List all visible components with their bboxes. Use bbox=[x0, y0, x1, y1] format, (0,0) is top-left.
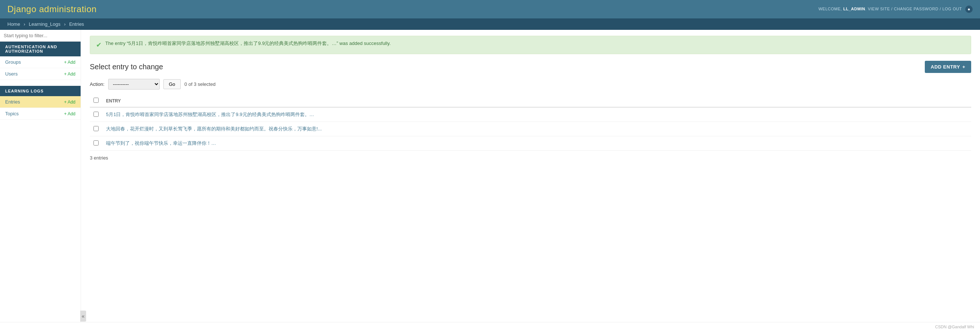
breadcrumb-divider-2: › bbox=[64, 21, 65, 27]
row-entry-cell: 端午节到了，祝你端午节快乐，幸运一直降伴你！… bbox=[102, 136, 971, 151]
success-message: ✔ The entry “5月1日，肯悦咋嘚首家同学店落地苏州独墅湖高校区，推出… bbox=[90, 36, 971, 54]
breadcrumb-home[interactable]: Home bbox=[7, 21, 20, 27]
view-site-link[interactable]: VIEW SITE bbox=[868, 6, 890, 11]
row-checkbox-cell bbox=[90, 136, 102, 151]
action-select[interactable]: ---------- bbox=[108, 79, 160, 89]
sidebar-topics-link[interactable]: Topics bbox=[5, 111, 19, 117]
add-entry-plus-icon: + bbox=[963, 64, 965, 70]
add-entry-button[interactable]: ADD ENTRY + bbox=[925, 61, 971, 73]
sidebar-item-groups[interactable]: Groups + Add bbox=[0, 56, 81, 68]
breadcrumbs: Home › Learning_Logs › Entries bbox=[0, 18, 980, 30]
content-wrapper: AUTHENTICATION AND AUTHORIZATION Groups … bbox=[0, 30, 980, 322]
breadcrumb-current: Entries bbox=[69, 21, 84, 27]
sidebar-entries-add[interactable]: + Add bbox=[64, 99, 75, 105]
welcome-prefix: WELCOME, bbox=[818, 6, 842, 11]
entries-count: 3 entries bbox=[90, 155, 971, 161]
sidebar: AUTHENTICATION AND AUTHORIZATION Groups … bbox=[0, 30, 81, 322]
sidebar-users-add[interactable]: + Add bbox=[64, 72, 75, 77]
table-row: 端午节到了，祝你端午节快乐，幸运一直降伴你！… bbox=[90, 136, 971, 151]
table-header-entry: ENTRY bbox=[102, 95, 971, 107]
entries-tbody: 5月1日，肯悦咋嘚首家同学店落地苏州独墅湖高校区，推出了9.9元的经典美式热狗咋… bbox=[90, 107, 971, 151]
entry-link[interactable]: 5月1日，肯悦咋嘚首家同学店落地苏州独墅湖高校区，推出了9.9元的经典美式热狗咋… bbox=[106, 112, 314, 117]
table-header-row: ENTRY bbox=[90, 95, 971, 107]
breadcrumb-app[interactable]: Learning_Logs bbox=[29, 21, 60, 27]
header: Django administration WELCOME, LL_ADMIN.… bbox=[0, 0, 980, 18]
success-message-text: The entry “5月1日，肯悦咋嘚首家同学店落地苏州独墅湖高校区，推出了9… bbox=[105, 40, 391, 47]
footer-text: CSDN @Gandalf Whi bbox=[935, 324, 974, 329]
page-title: Select entry to change bbox=[90, 62, 163, 71]
sidebar-spacer bbox=[0, 80, 81, 86]
sidebar-section-learning-logs: LEARNING LOGS bbox=[0, 86, 81, 96]
sidebar-item-users[interactable]: Users + Add bbox=[0, 68, 81, 80]
go-button[interactable]: Go bbox=[163, 79, 181, 89]
table-header-checkbox bbox=[90, 95, 102, 107]
user-tools: WELCOME, LL_ADMIN. VIEW SITE / CHANGE PA… bbox=[818, 6, 973, 13]
row-checkbox[interactable] bbox=[94, 126, 99, 131]
row-entry-cell: 5月1日，肯悦咋嘚首家同学店落地苏州独墅湖高校区，推出了9.9元的经典美式热狗咋… bbox=[102, 107, 971, 122]
username: LL_ADMIN bbox=[843, 6, 865, 11]
sidebar-users-link[interactable]: Users bbox=[5, 71, 18, 77]
sidebar-section-auth: AUTHENTICATION AND AUTHORIZATION bbox=[0, 42, 81, 56]
sidebar-groups-link[interactable]: Groups bbox=[5, 59, 21, 65]
row-entry-cell: 大地回春，花开烂漫时，又到草长莺飞季，愿所有的期待和美好都如约而至。祝春分快乐，… bbox=[102, 122, 971, 136]
row-checkbox[interactable] bbox=[94, 112, 99, 117]
entry-link[interactable]: 端午节到了，祝你端午节快乐，幸运一直降伴你！… bbox=[106, 141, 216, 146]
user-icon: ● bbox=[965, 6, 973, 13]
sidebar-groups-add[interactable]: + Add bbox=[64, 60, 75, 65]
breadcrumb-divider-1: › bbox=[24, 21, 25, 27]
sidebar-entries-link[interactable]: Entries bbox=[5, 99, 20, 105]
row-checkbox-cell bbox=[90, 122, 102, 136]
sidebar-item-entries[interactable]: Entries + Add bbox=[0, 96, 81, 108]
change-password-link[interactable]: CHANGE PASSWORD bbox=[894, 6, 939, 11]
page-heading-row: Select entry to change ADD ENTRY + bbox=[90, 61, 971, 73]
select-all-checkbox[interactable] bbox=[94, 97, 99, 103]
row-checkbox-cell bbox=[90, 107, 102, 122]
selection-count: 0 of 3 selected bbox=[185, 81, 216, 87]
sidebar-topics-add[interactable]: + Add bbox=[64, 111, 75, 117]
sidebar-filter-input[interactable] bbox=[0, 30, 81, 42]
toggle-sidebar-button[interactable]: « bbox=[80, 311, 86, 322]
success-check-icon: ✔ bbox=[96, 40, 102, 50]
log-out-link[interactable]: LOG OUT bbox=[942, 6, 962, 11]
main-content: ✔ The entry “5月1日，肯悦咋嘚首家同学店落地苏州独墅湖高校区，推出… bbox=[81, 30, 980, 322]
sidebar-item-topics[interactable]: Topics + Add bbox=[0, 108, 81, 120]
table-row: 5月1日，肯悦咋嘚首家同学店落地苏州独墅湖高校区，推出了9.9元的经典美式热狗咋… bbox=[90, 107, 971, 122]
action-label: Action: bbox=[90, 81, 105, 87]
row-checkbox[interactable] bbox=[94, 141, 99, 145]
table-row: 大地回春，花开烂漫时，又到草长莺飞季，愿所有的期待和美好都如约而至。祝春分快乐，… bbox=[90, 122, 971, 136]
action-bar: Action: ---------- Go 0 of 3 selected bbox=[90, 79, 971, 89]
footer: CSDN @Gandalf Whi bbox=[0, 322, 980, 329]
entries-table: ENTRY 5月1日，肯悦咋嘚首家同学店落地苏州独墅湖高校区，推出了9.9元的经… bbox=[90, 95, 971, 151]
site-branding: Django administration bbox=[7, 4, 97, 14]
entry-link[interactable]: 大地回春，花开烂漫时，又到草长莺飞季，愿所有的期待和美好都如约而至。祝春分快乐，… bbox=[106, 126, 321, 131]
add-entry-label: ADD ENTRY bbox=[931, 64, 960, 70]
